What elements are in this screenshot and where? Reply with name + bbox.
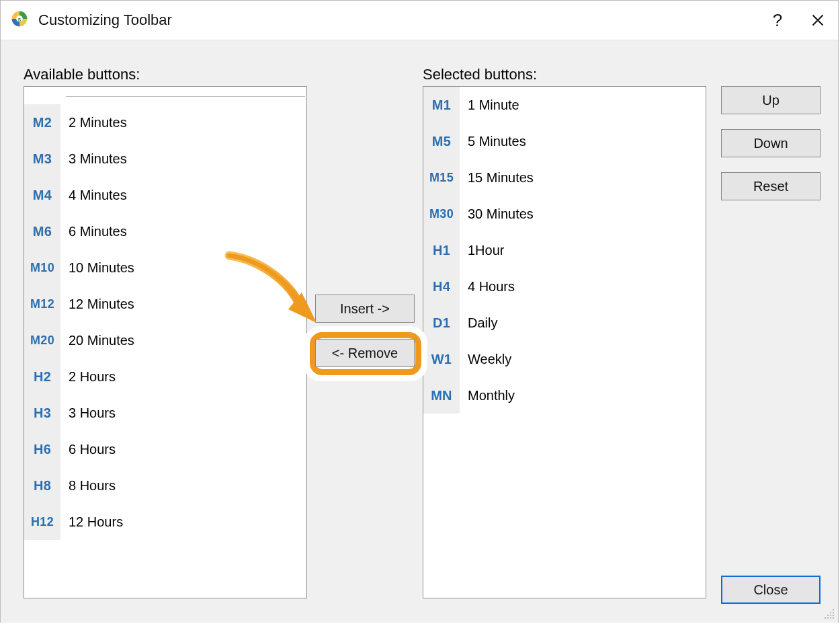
timeframe-label: 20 Minutes xyxy=(69,333,134,348)
timeframe-code-icon: MN xyxy=(423,377,460,414)
available-item[interactable]: M2020 Minutes xyxy=(24,322,306,358)
available-item[interactable]: H1212 Hours xyxy=(24,504,306,540)
available-item[interactable]: M44 Minutes xyxy=(24,177,306,213)
svg-rect-13 xyxy=(833,617,834,619)
selected-buttons-list[interactable]: M11 MinuteM55 MinutesM1515 MinutesM3030 … xyxy=(423,86,706,598)
timeframe-code: H6 xyxy=(34,442,51,457)
available-buttons-list[interactable]: M22 MinutesM33 MinutesM44 MinutesM66 Min… xyxy=(24,86,307,598)
timeframe-label: Daily xyxy=(468,315,497,331)
timeframe-label: 2 Minutes xyxy=(69,115,127,130)
timeframe-label: 12 Minutes xyxy=(69,297,134,312)
label-available-buttons: Available buttons: xyxy=(24,66,140,83)
timeframe-code-icon: H1 xyxy=(423,232,460,268)
timeframe-label: Weekly xyxy=(468,352,511,367)
timeframe-code: H1 xyxy=(433,243,450,258)
selected-item[interactable]: H11Hour xyxy=(423,232,706,268)
available-item[interactable]: M33 Minutes xyxy=(24,141,306,177)
close-button-label: Close xyxy=(753,582,788,598)
selected-item[interactable]: M11 Minute xyxy=(423,87,706,123)
timeframe-code-icon: M2 xyxy=(24,104,60,141)
available-item[interactable]: M66 Minutes xyxy=(24,213,306,249)
timeframe-code: M5 xyxy=(432,134,451,149)
timeframe-code: MN xyxy=(431,388,452,403)
available-item[interactable]: H66 Hours xyxy=(24,431,306,467)
timeframe-code-icon: M30 xyxy=(423,196,460,232)
timeframe-code-icon: W1 xyxy=(423,341,460,377)
selected-item[interactable]: M3030 Minutes xyxy=(423,196,706,232)
selected-item[interactable]: W1Weekly xyxy=(423,341,706,377)
timeframe-code-icon: M4 xyxy=(24,177,60,213)
timeframe-label: 6 Minutes xyxy=(69,224,127,239)
timeframe-code-icon: H3 xyxy=(24,395,60,431)
timeframe-label: 3 Minutes xyxy=(69,151,127,167)
timeframe-code: D1 xyxy=(433,315,450,331)
up-button-label: Up xyxy=(762,93,780,108)
timeframe-code: H3 xyxy=(34,405,51,421)
available-item[interactable]: H33 Hours xyxy=(24,395,306,431)
selected-item[interactable]: M55 Minutes xyxy=(423,123,706,159)
available-item[interactable]: H22 Hours xyxy=(24,358,306,395)
svg-rect-12 xyxy=(830,617,831,619)
timeframe-code-icon: M20 xyxy=(24,322,60,358)
timeframe-label: 8 Hours xyxy=(69,478,116,494)
window-title: Customizing Toolbar xyxy=(38,11,172,29)
available-item[interactable]: M1212 Minutes xyxy=(24,286,306,322)
remove-button[interactable]: <- Remove xyxy=(315,339,415,367)
timeframe-label: 4 Minutes xyxy=(69,188,127,203)
timeframe-code-icon: M3 xyxy=(24,141,60,177)
app-icon: $ xyxy=(10,9,29,32)
svg-rect-11 xyxy=(827,617,829,619)
timeframe-code: H12 xyxy=(31,515,54,529)
timeframe-code-icon: H4 xyxy=(423,268,460,305)
svg-text:$: $ xyxy=(18,16,22,22)
timeframe-code: M12 xyxy=(30,297,54,311)
timeframe-code: M3 xyxy=(33,151,52,167)
resize-grip-icon[interactable] xyxy=(825,609,837,621)
timeframe-code-icon: M12 xyxy=(24,286,60,322)
timeframe-code-icon: M10 xyxy=(24,249,60,286)
timeframe-code: M10 xyxy=(30,261,54,275)
timeframe-code: M2 xyxy=(33,115,52,130)
svg-rect-8 xyxy=(830,615,831,616)
timeframe-code: W1 xyxy=(431,352,452,367)
svg-rect-5 xyxy=(830,612,831,613)
timeframe-code-icon: D1 xyxy=(423,305,460,341)
timeframe-code: M6 xyxy=(33,224,52,239)
separator-line xyxy=(66,96,305,97)
timeframe-code: M20 xyxy=(30,334,54,348)
up-button[interactable]: Up xyxy=(721,86,821,114)
timeframe-label: 6 Hours xyxy=(69,442,116,457)
close-button[interactable]: Close xyxy=(721,576,821,604)
timeframe-label: 12 Hours xyxy=(69,514,123,530)
timeframe-code: M15 xyxy=(429,171,454,185)
timeframe-code-icon: H6 xyxy=(24,431,60,467)
timeframe-code: H2 xyxy=(34,369,51,385)
selected-item[interactable]: M1515 Minutes xyxy=(423,159,706,196)
svg-rect-10 xyxy=(825,617,826,619)
timeframe-code: M1 xyxy=(432,98,451,113)
selected-item[interactable]: MNMonthly xyxy=(423,377,706,414)
timeframe-code: M30 xyxy=(429,207,454,221)
available-item[interactable]: M1010 Minutes xyxy=(24,249,306,286)
timeframe-code-icon: M5 xyxy=(423,123,460,159)
insert-button[interactable]: Insert -> xyxy=(315,295,415,323)
reset-button[interactable]: Reset xyxy=(721,172,821,200)
timeframe-label: Monthly xyxy=(468,388,515,403)
close-window-button[interactable] xyxy=(798,1,838,40)
customize-toolbar-dialog: $ Customizing Toolbar ? Available button… xyxy=(0,0,839,623)
label-selected-buttons: Selected buttons: xyxy=(423,66,537,83)
remove-button-label: <- Remove xyxy=(332,346,398,361)
timeframe-code-icon: H2 xyxy=(24,358,60,395)
timeframe-code: M4 xyxy=(33,188,52,203)
timeframe-code-icon: M1 xyxy=(423,87,460,123)
help-button[interactable]: ? xyxy=(757,1,798,40)
timeframe-label: 30 Minutes xyxy=(468,206,534,222)
down-button[interactable]: Down xyxy=(721,129,821,157)
timeframe-code: H4 xyxy=(433,279,450,295)
selected-item[interactable]: H44 Hours xyxy=(423,268,706,305)
titlebar: $ Customizing Toolbar ? xyxy=(1,1,838,40)
available-item[interactable]: H88 Hours xyxy=(24,467,306,504)
available-item[interactable]: M22 Minutes xyxy=(24,104,306,141)
svg-rect-4 xyxy=(833,609,834,611)
selected-item[interactable]: D1Daily xyxy=(423,305,706,341)
